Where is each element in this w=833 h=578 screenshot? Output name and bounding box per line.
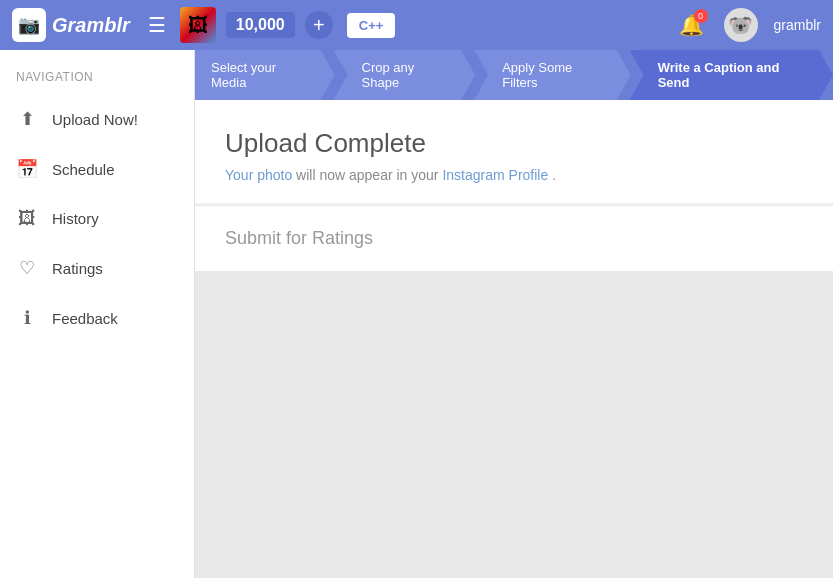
sidebar-item-upload-label: Upload Now! bbox=[52, 111, 138, 128]
sidebar-item-feedback[interactable]: ℹ Feedback bbox=[0, 293, 194, 343]
content-area: Select your Media Crop any Shape Apply S… bbox=[195, 50, 833, 578]
sidebar-item-schedule[interactable]: 📅 Schedule bbox=[0, 144, 194, 194]
sidebar-item-history[interactable]: 🖼 History bbox=[0, 194, 194, 243]
score-display: 10,000 bbox=[226, 12, 295, 38]
step-select-media[interactable]: Select your Media bbox=[195, 50, 335, 100]
add-button[interactable]: + bbox=[305, 11, 333, 39]
feedback-icon: ℹ bbox=[16, 307, 38, 329]
schedule-icon: 📅 bbox=[16, 158, 38, 180]
your-photo-link[interactable]: Your photo bbox=[225, 167, 292, 183]
step-select-media-label: Select your Media bbox=[211, 60, 313, 90]
instagram-profile-link[interactable]: Instagram Profile bbox=[442, 167, 548, 183]
gray-area bbox=[195, 272, 833, 578]
submit-box: Submit for Ratings bbox=[195, 205, 833, 272]
logo-text: Gramblr bbox=[52, 14, 130, 37]
sidebar-item-ratings[interactable]: ♡ Ratings bbox=[0, 243, 194, 293]
logo-icon: 📷 bbox=[12, 8, 46, 42]
step-crop-shape[interactable]: Crop any Shape bbox=[334, 50, 476, 100]
description-suffix: . bbox=[552, 167, 556, 183]
sidebar-item-feedback-label: Feedback bbox=[52, 310, 118, 327]
step-apply-filters[interactable]: Apply Some Filters bbox=[474, 50, 630, 100]
upload-complete-title: Upload Complete bbox=[225, 128, 803, 159]
main-layout: Navigation ⬆ Upload Now! 📅 Schedule 🖼 Hi… bbox=[0, 50, 833, 578]
step-write-caption[interactable]: Write a Caption and Send bbox=[630, 50, 833, 100]
submit-for-ratings-button[interactable]: Submit for Ratings bbox=[225, 228, 373, 249]
step-write-caption-label: Write a Caption and Send bbox=[658, 60, 811, 90]
topbar: 📷 Gramblr ☰ 🖼 10,000 + C++ 🔔 0 🐨 gramblr bbox=[0, 0, 833, 50]
step-crop-shape-label: Crop any Shape bbox=[362, 60, 454, 90]
sidebar: Navigation ⬆ Upload Now! 📅 Schedule 🖼 Hi… bbox=[0, 50, 195, 578]
upload-description: Your photo will now appear in your Insta… bbox=[225, 167, 803, 183]
image-thumbnail[interactable]: 🖼 bbox=[180, 7, 216, 43]
notification-bell[interactable]: 🔔 0 bbox=[679, 13, 704, 37]
sidebar-item-upload-now[interactable]: ⬆ Upload Now! bbox=[0, 94, 194, 144]
step-apply-filters-label: Apply Some Filters bbox=[502, 60, 608, 90]
username: gramblr bbox=[774, 17, 821, 33]
menu-icon[interactable]: ☰ bbox=[148, 13, 166, 37]
history-icon: 🖼 bbox=[16, 208, 38, 229]
steps-bar: Select your Media Crop any Shape Apply S… bbox=[195, 50, 833, 100]
upload-icon: ⬆ bbox=[16, 108, 38, 130]
upgrade-label: C++ bbox=[359, 18, 384, 33]
upgrade-button[interactable]: C++ bbox=[347, 13, 396, 38]
sidebar-item-history-label: History bbox=[52, 210, 99, 227]
sidebar-nav-label: Navigation bbox=[0, 62, 194, 94]
ratings-icon: ♡ bbox=[16, 257, 38, 279]
description-middle: will now appear in your bbox=[296, 167, 442, 183]
logo-area: 📷 Gramblr bbox=[12, 8, 130, 42]
notif-badge: 0 bbox=[694, 9, 708, 23]
upload-complete-section: Upload Complete Your photo will now appe… bbox=[195, 100, 833, 203]
sidebar-item-ratings-label: Ratings bbox=[52, 260, 103, 277]
sidebar-item-schedule-label: Schedule bbox=[52, 161, 115, 178]
avatar[interactable]: 🐨 bbox=[724, 8, 758, 42]
